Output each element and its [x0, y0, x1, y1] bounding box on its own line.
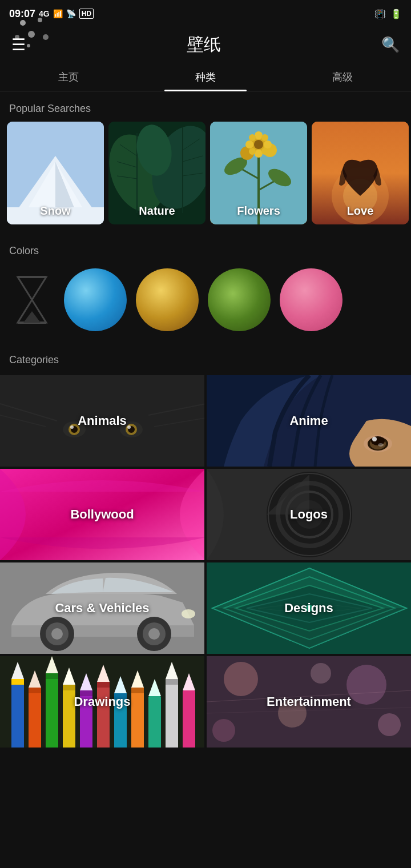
category-drawings[interactable]: Drawings — [0, 656, 204, 748]
wifi-icon: 📡 — [66, 9, 76, 18]
colors-row — [0, 264, 411, 343]
popular-item-love[interactable]: Love — [312, 122, 409, 224]
svg-marker-38 — [18, 277, 46, 300]
category-cars[interactable]: Cars & Vehicles — [0, 562, 204, 654]
colors-section: Colors — [0, 234, 411, 343]
category-label-cars: Cars & Vehicles — [0, 562, 204, 654]
category-label-anime: Anime — [207, 375, 411, 467]
color-green[interactable] — [208, 268, 271, 331]
hourglass-svg — [15, 274, 49, 326]
category-anime[interactable]: Anime — [207, 375, 411, 467]
categories-title: Categories — [0, 343, 411, 373]
popular-item-nature[interactable]: Nature — [108, 122, 206, 224]
svg-point-28 — [245, 140, 253, 148]
category-animals[interactable]: Animals — [0, 375, 204, 467]
svg-point-30 — [249, 134, 256, 141]
popular-searches-section: Popular Searches Snow — [0, 91, 411, 234]
app-title: 壁纸 — [187, 33, 221, 57]
tab-categories[interactable]: 种类 — [137, 62, 274, 91]
svg-point-31 — [261, 134, 268, 141]
category-label-designs: Designs — [207, 562, 411, 654]
colors-title: Colors — [0, 234, 411, 264]
category-label-bollywood: Bollywood — [0, 469, 204, 560]
color-pink[interactable] — [280, 268, 342, 331]
popular-searches-row: Snow — [0, 122, 411, 234]
svg-point-34 — [254, 140, 263, 149]
popular-label-snow: Snow — [7, 204, 104, 218]
category-logos[interactable]: Logos — [207, 469, 411, 560]
color-blue[interactable] — [64, 268, 127, 331]
categories-section: Categories — [0, 343, 411, 750]
popular-label-love: Love — [312, 204, 409, 218]
color-loading-icon[interactable] — [9, 268, 55, 331]
category-label-animals: Animals — [0, 375, 204, 467]
tab-home[interactable]: 主页 — [0, 62, 137, 91]
popular-searches-title: Popular Searches — [0, 91, 411, 122]
category-designs[interactable]: Designs — [207, 562, 411, 654]
tab-advanced[interactable]: 高级 — [274, 62, 411, 91]
svg-point-33 — [261, 148, 268, 155]
categories-grid: Animals — [0, 373, 411, 750]
svg-point-26 — [255, 131, 263, 139]
category-bollywood[interactable]: Bollywood — [0, 469, 204, 560]
search-icon[interactable]: 🔍 — [381, 36, 400, 54]
popular-label-nature: Nature — [108, 204, 206, 218]
status-right: 📳 🔋 — [374, 9, 402, 19]
popular-label-flowers: Flowers — [210, 204, 307, 218]
svg-point-32 — [249, 148, 256, 155]
svg-point-29 — [264, 140, 272, 148]
svg-marker-42 — [23, 311, 41, 323]
vibrate-icon: 📳 — [374, 9, 386, 19]
category-entertainment[interactable]: Entertainment — [207, 656, 411, 748]
hd-icon: HD — [79, 9, 94, 19]
category-label-logos: Logos — [207, 469, 411, 560]
tabs: 主页 种类 高级 — [0, 62, 411, 91]
color-gold[interactable] — [136, 268, 199, 331]
popular-item-snow[interactable]: Snow — [7, 122, 104, 224]
popular-item-flowers[interactable]: Flowers — [210, 122, 307, 224]
svg-point-27 — [255, 150, 263, 158]
category-label-entertainment: Entertainment — [207, 656, 411, 748]
battery-icon: 🔋 — [390, 9, 402, 19]
category-label-drawings: Drawings — [0, 656, 204, 748]
